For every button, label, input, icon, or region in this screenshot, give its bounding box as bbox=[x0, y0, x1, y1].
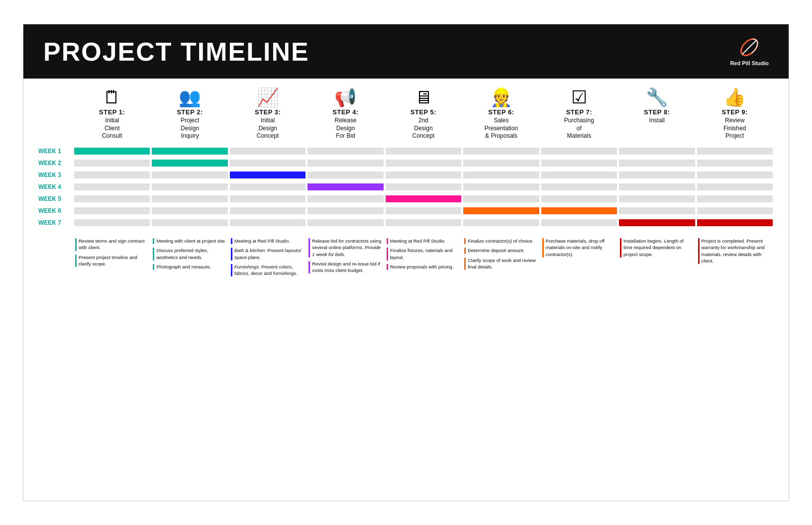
note-bullet-8a: Installation begins. Length of time requ… bbox=[620, 238, 694, 258]
week5-label: WEEK 5 bbox=[38, 195, 73, 202]
step3-icon: 📈 bbox=[257, 88, 279, 106]
gantt-cell-w7-s9 bbox=[697, 219, 773, 226]
note-bar-2c bbox=[153, 264, 154, 270]
gantt-cell-w6-s3 bbox=[230, 207, 305, 214]
note-text-5a: Meeting at Red Pill Studio. bbox=[390, 238, 446, 244]
week3-label: WEEK 3 bbox=[38, 172, 73, 178]
note-col-1: Review terms and sign contract with clie… bbox=[73, 238, 151, 279]
step2-icon: 👥 bbox=[179, 88, 201, 106]
gantt-cell-w2-s5 bbox=[386, 160, 461, 167]
gantt-cell-w1-s8 bbox=[619, 148, 695, 155]
step-col-8: 🔧 STEP 8: Install bbox=[618, 88, 696, 125]
gantt-cell-w2-s4 bbox=[307, 160, 383, 167]
notes-spacer bbox=[38, 238, 73, 279]
note-bar-4a bbox=[308, 238, 310, 258]
gantt-cols-week7 bbox=[73, 218, 774, 228]
note-bar-7a bbox=[542, 238, 544, 258]
note-text-6a: Finalize contractor(s) of choice. bbox=[468, 238, 533, 244]
note-col-2: Meeting with client at project site. Dis… bbox=[151, 238, 228, 279]
gantt-cell-w1-s2 bbox=[152, 148, 227, 155]
gantt-cell-w3-s2 bbox=[152, 172, 227, 178]
gantt-row-week2: WEEK 2 bbox=[38, 158, 774, 168]
note-bullet-4b: Revisit design and re-issue bid if costs… bbox=[308, 261, 382, 274]
note-bar-3c bbox=[231, 264, 232, 277]
step8-number: STEP 8: bbox=[644, 108, 670, 116]
gantt-cell-w4-s7 bbox=[541, 183, 617, 190]
note-bar-8a bbox=[620, 238, 621, 258]
logo-area: Red Pill Studio bbox=[730, 36, 769, 67]
gantt-cols-week6 bbox=[73, 206, 774, 216]
timeline-grid: 🗒 STEP 1: InitialClientConsult 👥 STEP 2:… bbox=[38, 88, 774, 279]
gantt-row-week7: WEEK 7 bbox=[38, 218, 774, 228]
gantt-section: WEEK 1 WEEK 2 bbox=[38, 146, 774, 230]
gantt-cell-w1-s4 bbox=[307, 148, 383, 155]
gantt-cell-w6-s6 bbox=[463, 207, 539, 214]
step7-number: STEP 7: bbox=[566, 108, 592, 116]
gantt-cell-w6-s4 bbox=[307, 207, 383, 214]
gantt-cell-w7-s6 bbox=[463, 219, 539, 226]
step6-number: STEP 6: bbox=[488, 108, 514, 116]
step7-title: PurchasingofMaterials bbox=[564, 117, 594, 140]
gantt-cell-w1-s6 bbox=[463, 148, 539, 155]
gantt-cell-w7-s2 bbox=[152, 219, 227, 226]
gantt-cell-w4-s2 bbox=[152, 183, 227, 190]
note-bar-6c bbox=[464, 258, 466, 270]
gantt-cell-w6-s9 bbox=[697, 207, 773, 214]
note-text-4a: Release bid for contractors using severa… bbox=[312, 238, 382, 258]
note-text-5c: Review proposals with pricing. bbox=[390, 263, 454, 270]
step-col-9: 👍 STEP 9: ReviewFinishedProject bbox=[696, 88, 774, 140]
note-text-3b: Bath & kitchen: Present layouts/ space p… bbox=[234, 247, 304, 261]
week7-label: WEEK 7 bbox=[38, 219, 73, 226]
gantt-cols-week4 bbox=[73, 182, 774, 192]
step-col-4: 📢 STEP 4: ReleaseDesignFor Bid bbox=[306, 88, 384, 140]
gantt-cols-week3 bbox=[73, 170, 774, 180]
note-text-2b: Discuss preferred styles, aesthetics and… bbox=[156, 247, 226, 261]
step4-icon: 📢 bbox=[334, 88, 357, 106]
gantt-cell-w5-s5 bbox=[386, 195, 461, 202]
note-bullet-6c: Clarify scope of work and review final d… bbox=[464, 257, 538, 270]
note-text-1b: Present project timeline and clarify sco… bbox=[79, 254, 149, 267]
step5-icon: 🖥 bbox=[414, 88, 432, 106]
note-bar-9a bbox=[698, 238, 700, 264]
note-bar-2a bbox=[153, 238, 154, 244]
gantt-cell-w4-s4 bbox=[307, 183, 383, 190]
step8-icon: 🔧 bbox=[646, 88, 668, 106]
week4-label: WEEK 4 bbox=[38, 183, 73, 190]
step3-title: InitialDesignConcept bbox=[257, 117, 279, 140]
note-bullet-6b: Determine deposit amount. bbox=[464, 247, 538, 254]
main-content: 🗒 STEP 1: InitialClientConsult 👥 STEP 2:… bbox=[23, 79, 789, 501]
gantt-cell-w5-s9 bbox=[697, 195, 773, 202]
step7-icon: ☑ bbox=[571, 88, 587, 106]
gantt-row-week4: WEEK 4 bbox=[38, 182, 774, 192]
gantt-cell-w3-s4 bbox=[307, 172, 383, 178]
gantt-cell-w6-s5 bbox=[386, 207, 461, 214]
gantt-cell-w2-s8 bbox=[619, 160, 695, 167]
step-col-5: 🖥 STEP 5: 2ndDesignConcept bbox=[385, 88, 462, 140]
gantt-cols-week1 bbox=[73, 146, 774, 156]
gantt-cell-w2-s3 bbox=[230, 160, 305, 167]
note-bullet-4a: Release bid for contractors using severa… bbox=[308, 238, 382, 258]
note-bullet-2a: Meeting with client at project site. bbox=[153, 238, 226, 244]
note-bullet-3c: Furnishings: Present colors, fabrics, de… bbox=[231, 263, 304, 277]
note-col-6: Finalize contractor(s) of choice. Determ… bbox=[462, 238, 540, 279]
note-text-8a: Installation begins. Length of time requ… bbox=[623, 238, 694, 258]
gantt-cell-w1-s3 bbox=[230, 148, 305, 155]
note-col-9: Project is completed. Present warranty f… bbox=[696, 238, 774, 279]
gantt-cell-w6-s7 bbox=[541, 207, 617, 214]
gantt-cell-w1-s5 bbox=[386, 148, 461, 155]
note-text-3c: Furnishings: Present colors, fabrics, de… bbox=[234, 263, 304, 277]
notes-section: Review terms and sign contract with clie… bbox=[38, 238, 774, 279]
gantt-cell-w3-s5 bbox=[386, 172, 461, 178]
gantt-cell-w4-s6 bbox=[463, 183, 539, 190]
gantt-cols-week2 bbox=[73, 158, 774, 168]
gantt-cols-week5 bbox=[73, 194, 774, 204]
gantt-cell-w5-s2 bbox=[152, 195, 227, 202]
gantt-cell-w4-s5 bbox=[386, 183, 461, 190]
page-title: PROJECT TIMELINE bbox=[43, 37, 309, 67]
gantt-cell-w4-s9 bbox=[697, 183, 773, 190]
gantt-cell-w2-s9 bbox=[697, 160, 773, 167]
note-bullet-1a: Review terms and sign contract with clie… bbox=[75, 238, 149, 251]
note-bullet-6a: Finalize contractor(s) of choice. bbox=[464, 238, 538, 244]
week2-label: WEEK 2 bbox=[38, 160, 73, 167]
step-col-3: 📈 STEP 3: InitialDesignConcept bbox=[229, 88, 306, 140]
